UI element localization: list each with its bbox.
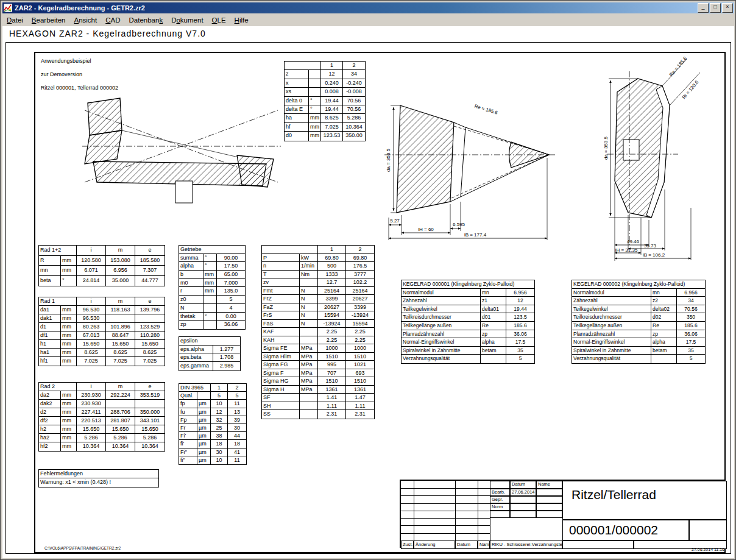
table-cell xyxy=(300,402,318,411)
table-cell: 8.625 xyxy=(321,114,343,122)
table-cell: Fehlermeldungen xyxy=(39,470,158,478)
table-cell: 8.625 xyxy=(77,349,106,357)
table-cell: summa xyxy=(179,254,203,263)
table-cell: Rad 2 xyxy=(39,383,77,391)
table-cell: 2 xyxy=(346,246,374,254)
table-cell: x xyxy=(285,79,309,88)
table-cell: 6.956 xyxy=(677,289,705,297)
table-cell: Sigma H xyxy=(262,386,300,394)
table-cell: 30 xyxy=(211,448,228,456)
table-cell: N xyxy=(179,304,203,313)
table-cell: 32 xyxy=(211,416,228,424)
table-cell: FaS xyxy=(262,320,300,328)
restore-button[interactable]: □ xyxy=(710,3,721,13)
table-cell xyxy=(197,392,211,400)
table-cell xyxy=(135,314,165,323)
table-cell: Sigma FE xyxy=(262,344,300,353)
table-cell: 1.11 xyxy=(318,402,346,411)
table-cell: Re xyxy=(481,322,506,330)
table-cell: Fi'' xyxy=(179,448,197,456)
norm-name xyxy=(536,503,562,511)
table-cell: zp xyxy=(179,321,203,329)
info-cell xyxy=(510,511,536,518)
table-cell: Fmt xyxy=(262,287,300,296)
table-cell: 2.25 xyxy=(346,336,374,345)
table-cell: 5.286 xyxy=(77,434,106,442)
table-cell: 15.650 xyxy=(106,340,135,349)
revision-grid-line xyxy=(401,495,490,496)
table-cell: b xyxy=(179,271,203,279)
table-cell: 2.985 xyxy=(213,362,240,370)
table-cell: 120.580 xyxy=(77,256,106,266)
table-cell: Teilkegellänge außen xyxy=(402,322,481,330)
table-cell: µm xyxy=(197,432,211,440)
table-cell: 123.53 xyxy=(321,132,343,140)
app-window: ZAR2 - Kegelradberechnung - GETR2.zr2 _ … xyxy=(0,0,736,560)
table-cell: µm xyxy=(197,408,211,416)
table-cell: 36.06 xyxy=(677,330,705,339)
close-button[interactable]: × xyxy=(722,3,733,13)
table-cell: 12.7 xyxy=(318,278,346,287)
table-cell: 220.513 xyxy=(77,417,106,425)
table-cell: 88.647 xyxy=(106,331,135,340)
table-cell: e xyxy=(135,246,165,256)
table-cell: 693 xyxy=(346,369,374,378)
table-cell: Verzahnungsqualität xyxy=(572,355,651,363)
table-cell: thetak xyxy=(179,313,203,321)
table-cell: hf xyxy=(285,123,309,132)
table-cell: epsilon xyxy=(179,337,240,346)
table-cell: 12 xyxy=(506,297,534,305)
norm-label: Norm xyxy=(490,503,510,511)
menu-item-dokument[interactable]: Dokument xyxy=(167,15,207,25)
minimize-button[interactable]: _ xyxy=(698,3,709,13)
table-cell xyxy=(203,321,217,329)
table-cell: 19.44 xyxy=(321,105,343,114)
table-cell: 19.44 xyxy=(321,97,343,105)
name-label: Name xyxy=(478,541,490,549)
table-cell xyxy=(300,328,318,336)
table-cell: mm xyxy=(61,425,77,434)
menu-item-ansicht[interactable]: Ansicht xyxy=(70,15,102,25)
note-line1: Anwendungsbeispiel xyxy=(41,58,91,64)
norm-date xyxy=(510,503,536,511)
table-cell: i xyxy=(77,246,106,256)
aenderung-label: Änderung xyxy=(414,541,455,549)
table-cell: 5 xyxy=(228,392,246,400)
table-cell: Fi' xyxy=(179,432,197,440)
table-cell: mm xyxy=(61,349,77,357)
table-cell: 6.071 xyxy=(77,266,106,276)
app-icon xyxy=(4,4,12,12)
table-cell: 6.956 xyxy=(506,289,534,297)
table-cell: z xyxy=(285,70,309,79)
table-cell: alpha xyxy=(481,338,506,347)
table-cell: 1021 xyxy=(346,361,374,369)
table-cell: Normalmodul xyxy=(402,289,481,297)
table-cell: dak1 xyxy=(39,314,61,323)
table-cell: 80.263 xyxy=(77,323,106,331)
table-cell: mm xyxy=(203,287,217,296)
table-cell: 70.56 xyxy=(343,105,365,114)
table-cell: 34 xyxy=(677,297,705,305)
app-header-line: HEXAGON ZAR2 - Kegelradberechnung V7.0 xyxy=(9,29,206,38)
table-cell: mm xyxy=(61,417,77,425)
menu-item-datenbank[interactable]: Datenbank xyxy=(125,15,168,25)
table-cell: eps.beta xyxy=(179,353,213,362)
table-cell: SH xyxy=(262,402,300,411)
menu-item-ole[interactable]: OLE xyxy=(208,15,230,25)
table-cell: -13924 xyxy=(346,311,374,320)
table-cell: 350.000 xyxy=(135,408,165,417)
table-cell: 1.277 xyxy=(213,346,240,354)
table-cell xyxy=(285,62,321,70)
menu-item-datei[interactable]: Datei xyxy=(2,15,27,25)
table-cell: 995 xyxy=(318,361,346,369)
menu-item-bearbeiten[interactable]: Bearbeiten xyxy=(27,15,70,25)
menu-item-cad[interactable]: CAD xyxy=(101,15,124,25)
menu-item-hilfe[interactable]: Hilfe xyxy=(230,15,253,25)
table-cell: Sigma FG xyxy=(262,361,300,369)
table-cell: 96.530 xyxy=(77,306,106,314)
table-cell: 8.625 xyxy=(135,349,165,357)
table-cell: Teilkegelwinkel xyxy=(572,305,651,314)
table-cell: 500 xyxy=(318,262,346,271)
file-path-text: C:\VOL6\APPS\FPA\TRAINING\GETR2.zr2 xyxy=(44,546,121,550)
table-cell: N xyxy=(300,311,318,320)
